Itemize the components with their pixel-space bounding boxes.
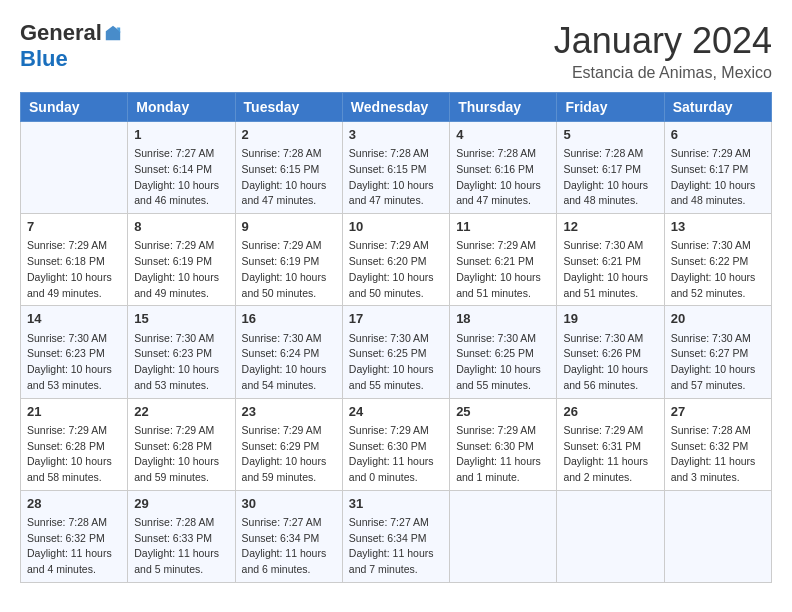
calendar-cell: 30Sunrise: 7:27 AMSunset: 6:34 PMDayligh… bbox=[235, 490, 342, 582]
calendar-table: SundayMondayTuesdayWednesdayThursdayFrid… bbox=[20, 92, 772, 583]
day-number: 24 bbox=[349, 403, 443, 421]
week-row-2: 7Sunrise: 7:29 AMSunset: 6:18 PMDaylight… bbox=[21, 214, 772, 306]
day-info: Sunrise: 7:29 AMSunset: 6:28 PMDaylight:… bbox=[134, 423, 228, 486]
day-of-week-sunday: Sunday bbox=[21, 93, 128, 122]
day-number: 18 bbox=[456, 310, 550, 328]
day-number: 28 bbox=[27, 495, 121, 513]
day-info: Sunrise: 7:28 AMSunset: 6:32 PMDaylight:… bbox=[27, 515, 121, 578]
day-number: 21 bbox=[27, 403, 121, 421]
calendar-cell: 15Sunrise: 7:30 AMSunset: 6:23 PMDayligh… bbox=[128, 306, 235, 398]
day-number: 2 bbox=[242, 126, 336, 144]
calendar-cell: 21Sunrise: 7:29 AMSunset: 6:28 PMDayligh… bbox=[21, 398, 128, 490]
week-row-4: 21Sunrise: 7:29 AMSunset: 6:28 PMDayligh… bbox=[21, 398, 772, 490]
calendar-cell bbox=[21, 122, 128, 214]
day-info: Sunrise: 7:29 AMSunset: 6:31 PMDaylight:… bbox=[563, 423, 657, 486]
day-number: 15 bbox=[134, 310, 228, 328]
day-number: 23 bbox=[242, 403, 336, 421]
day-info: Sunrise: 7:29 AMSunset: 6:30 PMDaylight:… bbox=[349, 423, 443, 486]
day-info: Sunrise: 7:28 AMSunset: 6:33 PMDaylight:… bbox=[134, 515, 228, 578]
calendar-cell: 25Sunrise: 7:29 AMSunset: 6:30 PMDayligh… bbox=[450, 398, 557, 490]
day-info: Sunrise: 7:30 AMSunset: 6:25 PMDaylight:… bbox=[456, 331, 550, 394]
day-info: Sunrise: 7:27 AMSunset: 6:34 PMDaylight:… bbox=[242, 515, 336, 578]
day-number: 1 bbox=[134, 126, 228, 144]
day-info: Sunrise: 7:29 AMSunset: 6:29 PMDaylight:… bbox=[242, 423, 336, 486]
calendar-cell bbox=[557, 490, 664, 582]
calendar-cell: 31Sunrise: 7:27 AMSunset: 6:34 PMDayligh… bbox=[342, 490, 449, 582]
calendar-cell: 4Sunrise: 7:28 AMSunset: 6:16 PMDaylight… bbox=[450, 122, 557, 214]
day-info: Sunrise: 7:27 AMSunset: 6:34 PMDaylight:… bbox=[349, 515, 443, 578]
calendar-cell: 26Sunrise: 7:29 AMSunset: 6:31 PMDayligh… bbox=[557, 398, 664, 490]
day-info: Sunrise: 7:27 AMSunset: 6:14 PMDaylight:… bbox=[134, 146, 228, 209]
day-info: Sunrise: 7:29 AMSunset: 6:19 PMDaylight:… bbox=[134, 238, 228, 301]
calendar-cell: 6Sunrise: 7:29 AMSunset: 6:17 PMDaylight… bbox=[664, 122, 771, 214]
calendar-cell: 9Sunrise: 7:29 AMSunset: 6:19 PMDaylight… bbox=[235, 214, 342, 306]
page-header: General Blue January 2024 Estancia de An… bbox=[20, 20, 772, 82]
week-row-1: 1Sunrise: 7:27 AMSunset: 6:14 PMDaylight… bbox=[21, 122, 772, 214]
month-title: January 2024 bbox=[554, 20, 772, 62]
day-number: 8 bbox=[134, 218, 228, 236]
calendar-cell: 27Sunrise: 7:28 AMSunset: 6:32 PMDayligh… bbox=[664, 398, 771, 490]
calendar-cell: 14Sunrise: 7:30 AMSunset: 6:23 PMDayligh… bbox=[21, 306, 128, 398]
day-info: Sunrise: 7:28 AMSunset: 6:16 PMDaylight:… bbox=[456, 146, 550, 209]
day-number: 16 bbox=[242, 310, 336, 328]
day-of-week-wednesday: Wednesday bbox=[342, 93, 449, 122]
day-number: 6 bbox=[671, 126, 765, 144]
day-of-week-tuesday: Tuesday bbox=[235, 93, 342, 122]
day-number: 26 bbox=[563, 403, 657, 421]
day-info: Sunrise: 7:30 AMSunset: 6:22 PMDaylight:… bbox=[671, 238, 765, 301]
day-number: 4 bbox=[456, 126, 550, 144]
day-info: Sunrise: 7:28 AMSunset: 6:17 PMDaylight:… bbox=[563, 146, 657, 209]
calendar-cell: 1Sunrise: 7:27 AMSunset: 6:14 PMDaylight… bbox=[128, 122, 235, 214]
days-of-week-row: SundayMondayTuesdayWednesdayThursdayFrid… bbox=[21, 93, 772, 122]
calendar-cell: 12Sunrise: 7:30 AMSunset: 6:21 PMDayligh… bbox=[557, 214, 664, 306]
calendar-cell: 5Sunrise: 7:28 AMSunset: 6:17 PMDaylight… bbox=[557, 122, 664, 214]
day-number: 5 bbox=[563, 126, 657, 144]
logo-general-text: General bbox=[20, 20, 102, 46]
calendar-cell: 18Sunrise: 7:30 AMSunset: 6:25 PMDayligh… bbox=[450, 306, 557, 398]
day-info: Sunrise: 7:30 AMSunset: 6:25 PMDaylight:… bbox=[349, 331, 443, 394]
day-info: Sunrise: 7:30 AMSunset: 6:27 PMDaylight:… bbox=[671, 331, 765, 394]
location-subtitle: Estancia de Animas, Mexico bbox=[554, 64, 772, 82]
calendar-cell: 8Sunrise: 7:29 AMSunset: 6:19 PMDaylight… bbox=[128, 214, 235, 306]
day-number: 13 bbox=[671, 218, 765, 236]
logo: General Blue bbox=[20, 20, 122, 72]
day-info: Sunrise: 7:28 AMSunset: 6:15 PMDaylight:… bbox=[242, 146, 336, 209]
day-info: Sunrise: 7:29 AMSunset: 6:28 PMDaylight:… bbox=[27, 423, 121, 486]
day-info: Sunrise: 7:29 AMSunset: 6:30 PMDaylight:… bbox=[456, 423, 550, 486]
day-of-week-friday: Friday bbox=[557, 93, 664, 122]
day-info: Sunrise: 7:30 AMSunset: 6:23 PMDaylight:… bbox=[134, 331, 228, 394]
day-info: Sunrise: 7:29 AMSunset: 6:20 PMDaylight:… bbox=[349, 238, 443, 301]
day-number: 20 bbox=[671, 310, 765, 328]
logo-icon bbox=[104, 24, 122, 42]
calendar-cell: 19Sunrise: 7:30 AMSunset: 6:26 PMDayligh… bbox=[557, 306, 664, 398]
day-number: 22 bbox=[134, 403, 228, 421]
calendar-cell: 28Sunrise: 7:28 AMSunset: 6:32 PMDayligh… bbox=[21, 490, 128, 582]
day-info: Sunrise: 7:29 AMSunset: 6:19 PMDaylight:… bbox=[242, 238, 336, 301]
calendar-cell: 10Sunrise: 7:29 AMSunset: 6:20 PMDayligh… bbox=[342, 214, 449, 306]
day-of-week-thursday: Thursday bbox=[450, 93, 557, 122]
day-number: 27 bbox=[671, 403, 765, 421]
day-info: Sunrise: 7:30 AMSunset: 6:24 PMDaylight:… bbox=[242, 331, 336, 394]
calendar-cell: 16Sunrise: 7:30 AMSunset: 6:24 PMDayligh… bbox=[235, 306, 342, 398]
calendar-cell bbox=[450, 490, 557, 582]
day-number: 3 bbox=[349, 126, 443, 144]
calendar-cell: 11Sunrise: 7:29 AMSunset: 6:21 PMDayligh… bbox=[450, 214, 557, 306]
calendar-header: SundayMondayTuesdayWednesdayThursdayFrid… bbox=[21, 93, 772, 122]
calendar-cell: 22Sunrise: 7:29 AMSunset: 6:28 PMDayligh… bbox=[128, 398, 235, 490]
day-number: 31 bbox=[349, 495, 443, 513]
day-number: 29 bbox=[134, 495, 228, 513]
day-number: 19 bbox=[563, 310, 657, 328]
day-info: Sunrise: 7:29 AMSunset: 6:21 PMDaylight:… bbox=[456, 238, 550, 301]
day-of-week-monday: Monday bbox=[128, 93, 235, 122]
title-block: January 2024 Estancia de Animas, Mexico bbox=[554, 20, 772, 82]
day-number: 9 bbox=[242, 218, 336, 236]
day-number: 7 bbox=[27, 218, 121, 236]
calendar-body: 1Sunrise: 7:27 AMSunset: 6:14 PMDaylight… bbox=[21, 122, 772, 583]
day-number: 12 bbox=[563, 218, 657, 236]
day-info: Sunrise: 7:30 AMSunset: 6:23 PMDaylight:… bbox=[27, 331, 121, 394]
calendar-cell: 7Sunrise: 7:29 AMSunset: 6:18 PMDaylight… bbox=[21, 214, 128, 306]
day-info: Sunrise: 7:28 AMSunset: 6:15 PMDaylight:… bbox=[349, 146, 443, 209]
day-number: 14 bbox=[27, 310, 121, 328]
week-row-3: 14Sunrise: 7:30 AMSunset: 6:23 PMDayligh… bbox=[21, 306, 772, 398]
calendar-cell: 2Sunrise: 7:28 AMSunset: 6:15 PMDaylight… bbox=[235, 122, 342, 214]
